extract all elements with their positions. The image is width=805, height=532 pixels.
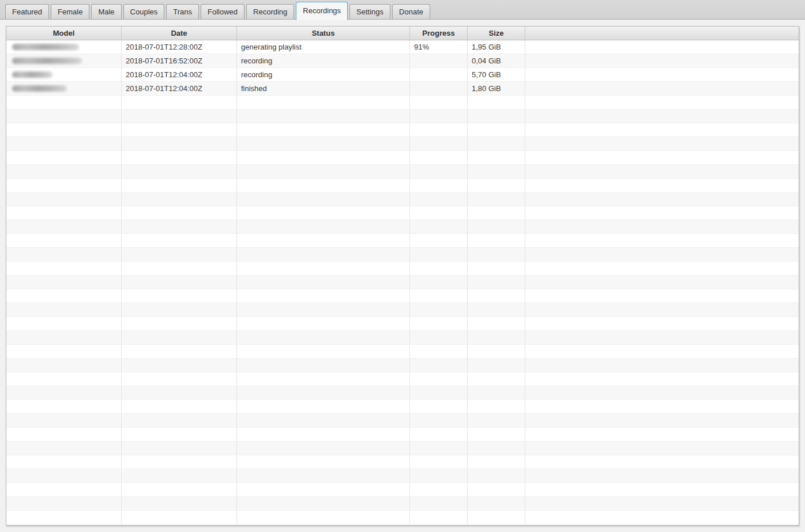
cell-model[interactable] xyxy=(6,54,122,67)
cell-date xyxy=(122,289,237,303)
cell-progress xyxy=(410,96,468,109)
tab-featured[interactable]: Featured xyxy=(5,4,49,19)
cell-progress[interactable]: 91% xyxy=(410,40,468,54)
cell-progress xyxy=(410,455,468,469)
tab-trans[interactable]: Trans xyxy=(166,4,199,19)
cell-model[interactable] xyxy=(6,40,122,54)
cell-date xyxy=(122,331,237,344)
cell-size xyxy=(468,386,525,399)
table-row-empty xyxy=(6,234,799,248)
tab-recording[interactable]: Recording xyxy=(246,4,294,19)
cell-filler xyxy=(525,483,799,496)
cell-progress xyxy=(410,497,468,510)
cell-status[interactable]: generating playlist xyxy=(237,40,410,54)
cell-model xyxy=(6,234,122,247)
cell-date[interactable]: 2018-07-01T12:04:00Z xyxy=(122,68,237,81)
cell-date xyxy=(122,428,237,441)
cell-filler xyxy=(525,96,799,109)
cell-size xyxy=(468,414,525,427)
cell-size xyxy=(468,331,525,344)
table-row[interactable]: 2018-07-01T12:28:00Zgenerating playlist9… xyxy=(6,40,799,54)
cell-status[interactable]: finished xyxy=(237,82,410,95)
cell-size[interactable]: 0,04 GiB xyxy=(468,54,525,67)
cell-size xyxy=(468,455,525,469)
cell-model xyxy=(6,386,122,399)
header-cell-model[interactable]: Model xyxy=(6,27,122,40)
cell-filler xyxy=(525,317,799,330)
tab-settings[interactable]: Settings xyxy=(349,4,390,19)
cell-filler xyxy=(525,151,799,164)
cell-model xyxy=(6,455,122,469)
cell-progress xyxy=(410,511,468,524)
cell-size xyxy=(468,137,525,150)
tab-female[interactable]: Female xyxy=(51,4,89,19)
cell-status xyxy=(237,511,410,524)
cell-status xyxy=(237,428,410,441)
cell-status xyxy=(237,497,410,510)
cell-model xyxy=(6,248,122,261)
table-row-empty xyxy=(6,414,799,428)
tab-recordings[interactable]: Recordings xyxy=(296,2,348,20)
cell-status xyxy=(237,123,410,137)
cell-progress xyxy=(410,469,468,482)
cell-model[interactable] xyxy=(6,68,122,81)
cell-progress xyxy=(410,331,468,344)
cell-size xyxy=(468,372,525,386)
cell-date xyxy=(122,248,237,261)
cell-status[interactable]: recording xyxy=(237,54,410,67)
tab-donate[interactable]: Donate xyxy=(392,4,430,19)
cell-status xyxy=(237,303,410,316)
cell-date xyxy=(122,400,237,413)
header-cell-status[interactable]: Status xyxy=(237,27,410,40)
cell-progress xyxy=(410,151,468,164)
cell-date xyxy=(122,220,237,233)
cell-model xyxy=(6,400,122,413)
cell-date[interactable]: 2018-07-01T12:04:00Z xyxy=(122,82,237,95)
cell-status xyxy=(237,179,410,192)
cell-progress xyxy=(410,276,468,289)
model-name-redacted xyxy=(12,58,82,64)
cell-date xyxy=(122,372,237,386)
cell-model xyxy=(6,345,122,358)
table-row-empty xyxy=(6,317,799,331)
cell-status xyxy=(237,234,410,247)
cell-model xyxy=(6,317,122,330)
cell-filler xyxy=(525,206,799,220)
cell-date[interactable]: 2018-07-01T16:52:00Z xyxy=(122,54,237,67)
header-cell-date[interactable]: Date xyxy=(122,27,237,40)
header-cell-progress[interactable]: Progress xyxy=(410,27,468,40)
cell-progress xyxy=(410,428,468,441)
cell-progress[interactable] xyxy=(410,68,468,81)
header-cell-size[interactable]: Size xyxy=(468,27,525,40)
cell-size[interactable]: 1,80 GiB xyxy=(468,82,525,95)
table-row-empty xyxy=(6,248,799,262)
cell-model[interactable] xyxy=(6,82,122,95)
cell-progress[interactable] xyxy=(410,82,468,95)
tab-followed[interactable]: Followed xyxy=(201,4,244,19)
cell-date xyxy=(122,469,237,482)
tab-couples[interactable]: Couples xyxy=(123,4,165,19)
table-row-empty xyxy=(6,96,799,110)
table-row[interactable]: 2018-07-01T16:52:00Zrecording0,04 GiB xyxy=(6,54,799,68)
cell-filler xyxy=(525,40,799,54)
table-row[interactable]: 2018-07-01T12:04:00Zfinished1,80 GiB xyxy=(6,82,799,96)
cell-filler xyxy=(525,372,799,386)
cell-date xyxy=(122,442,237,455)
cell-progress xyxy=(410,123,468,137)
table-row[interactable]: 2018-07-01T12:04:00Zrecording5,70 GiB xyxy=(6,68,799,82)
cell-size[interactable]: 1,95 GiB xyxy=(468,40,525,54)
cell-size xyxy=(468,317,525,330)
cell-progress xyxy=(410,206,468,220)
cell-status[interactable]: recording xyxy=(237,68,410,81)
cell-filler xyxy=(525,428,799,441)
cell-progress[interactable] xyxy=(410,54,468,67)
cell-date xyxy=(122,317,237,330)
tab-male[interactable]: Male xyxy=(91,4,121,19)
cell-date[interactable]: 2018-07-01T12:28:00Z xyxy=(122,40,237,54)
table-row-empty xyxy=(6,345,799,359)
cell-status xyxy=(237,372,410,386)
cell-filler xyxy=(525,193,799,206)
cell-size[interactable]: 5,70 GiB xyxy=(468,68,525,81)
cell-date xyxy=(122,96,237,109)
cell-progress xyxy=(410,442,468,455)
